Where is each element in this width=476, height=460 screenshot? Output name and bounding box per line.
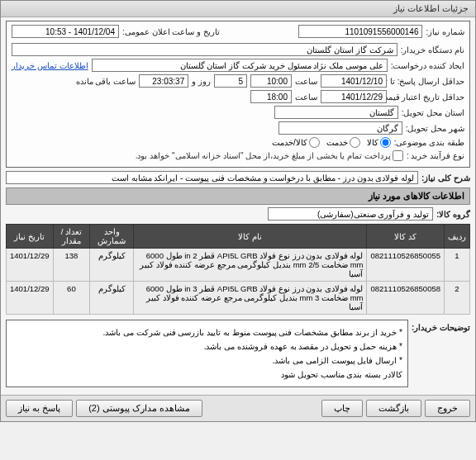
footer-buttons: پاسخ به نیاز مشاهده مدارک پیوستی (2) چاپ… bbox=[1, 395, 475, 421]
radio-service[interactable]: خدمت bbox=[326, 137, 360, 148]
label-need-no: شماره نیاز: bbox=[426, 27, 464, 36]
th-date: تاریخ نیاز bbox=[7, 225, 54, 249]
cell-name: لوله فولادی بدون درز نوع فولاد API5L GRB… bbox=[134, 249, 367, 282]
print-button[interactable]: چاپ bbox=[321, 400, 363, 417]
label-city: شهر محل تحویل: bbox=[406, 124, 464, 133]
field-remain-time: 23:03:37 bbox=[139, 74, 188, 88]
cell-row: 2 bbox=[445, 282, 470, 315]
window-title: جزئیات اطلاعات نیاز bbox=[393, 3, 469, 13]
check-buy-input[interactable] bbox=[393, 150, 403, 161]
field-city: گرگان bbox=[278, 121, 402, 135]
cell-qty: 60 bbox=[53, 282, 90, 315]
window-titlebar: جزئیات اطلاعات نیاز bbox=[1, 1, 475, 17]
field-pub-datetime: 1401/12/04 - 10:53 bbox=[12, 25, 119, 38]
radio-goods-service-input[interactable] bbox=[309, 137, 320, 148]
radio-goods-service[interactable]: کالا/خدمت bbox=[272, 137, 320, 148]
radio-goods-label: کالا bbox=[367, 138, 378, 147]
view-docs-count: (2) bbox=[88, 403, 99, 413]
label-validity: حداقل تاریخ اعتبار قیمت تا تاریخ: bbox=[390, 92, 464, 102]
cell-qty: 138 bbox=[53, 249, 90, 282]
field-deadline-date: 1401/12/10 bbox=[321, 74, 387, 88]
label-remain: ساعت باقی مانده bbox=[76, 77, 136, 86]
radio-service-input[interactable] bbox=[350, 137, 360, 148]
label-buyer-notes: توضیحات خریدار: bbox=[412, 320, 470, 332]
reply-button[interactable]: پاسخ به نیاز bbox=[6, 400, 73, 417]
label-requester: ایجاد کننده درخواست: bbox=[391, 61, 464, 70]
label-hour-2: ساعت bbox=[295, 92, 317, 102]
cell-unit: کیلوگرم bbox=[90, 282, 134, 315]
th-row: ردیف bbox=[445, 225, 470, 249]
radio-gs-label: کالا/خدمت bbox=[272, 138, 307, 147]
view-docs-button[interactable]: مشاهده مدارک پیوستی (2) bbox=[76, 400, 202, 417]
table-row[interactable]: 1 0821110526850055 لوله فولادی بدون درز … bbox=[7, 249, 470, 282]
th-qty: تعداد / مقدار bbox=[53, 225, 90, 249]
field-need-no: 1101091556000146 bbox=[298, 25, 422, 38]
field-need-desc: لوله فولادی بدون درز - مطابق با درخواست … bbox=[6, 171, 418, 184]
goods-info-heading: اطلاعات کالاهای مورد نیاز bbox=[6, 187, 470, 205]
label-pub-datetime: تاریخ و ساعت اعلان عمومی: bbox=[122, 27, 220, 36]
label-province: استان محل تحویل: bbox=[402, 108, 464, 117]
field-buyer-org: شرکت گاز استان گلستان bbox=[12, 43, 397, 56]
label-deadline: حداقل ارسال پاسخ: تا تاریخ: bbox=[390, 77, 464, 86]
label-buy-process: نوع فرآیند خرید : bbox=[407, 151, 464, 160]
window: جزئیات اطلاعات نیاز شماره نیاز: 11010915… bbox=[0, 0, 476, 422]
label-category: طبقه بندی موضوعی: bbox=[394, 138, 464, 147]
radio-goods[interactable]: کالا bbox=[367, 137, 391, 148]
view-docs-label: مشاهده مدارک پیوستی bbox=[102, 403, 190, 413]
field-validity-date: 1401/12/29 bbox=[321, 90, 387, 103]
cell-date: 1401/12/29 bbox=[7, 282, 54, 315]
table-row[interactable]: 2 0821110526850058 لوله فولادی بدون درز … bbox=[7, 282, 470, 315]
field-deadline-hour: 10:00 bbox=[250, 74, 292, 88]
cell-unit: کیلوگرم bbox=[90, 249, 134, 282]
radio-service-label: خدمت bbox=[326, 138, 348, 147]
field-validity-hour: 18:00 bbox=[250, 90, 292, 103]
th-unit: واحد شمارش bbox=[90, 225, 134, 249]
cell-date: 1401/12/29 bbox=[7, 249, 54, 282]
cell-row: 1 bbox=[445, 249, 470, 282]
section-identify: شماره نیاز: 1101091556000146 تاریخ و ساع… bbox=[6, 21, 470, 168]
label-need-desc: شرح کلی نیاز: bbox=[421, 173, 470, 183]
label-days-and: روز و bbox=[192, 77, 211, 86]
label-goods-group: گروه کالا: bbox=[436, 210, 470, 219]
label-buyer-org: نام دستگاه خریدار: bbox=[401, 45, 464, 55]
buyer-notes-box: * خرید از برند مطابق مشخصات فنی پیوست من… bbox=[6, 320, 408, 387]
form-area: شماره نیاز: 1101091556000146 تاریخ و ساع… bbox=[1, 17, 475, 395]
field-province: گلستان bbox=[274, 106, 398, 119]
field-deadline-days: 5 bbox=[214, 74, 247, 88]
field-goods-group: تولید و فرآوری صنعتی(سفارشی) bbox=[268, 207, 433, 221]
cell-code: 0821110526850058 bbox=[367, 282, 445, 315]
back-button[interactable]: بازگشت bbox=[366, 400, 421, 417]
cell-name: لوله فولادی بدون درز نوع فولاد API5L GRB… bbox=[134, 282, 367, 315]
buy-process-note: پرداخت تمام یا بخشی از مبلغ خرید،از محل … bbox=[136, 151, 391, 160]
goods-table: ردیف کد کالا نام کالا واحد شمارش تعداد /… bbox=[6, 224, 470, 315]
cell-code: 0821110526850055 bbox=[367, 249, 445, 282]
check-buy-process[interactable]: پرداخت تمام یا بخشی از مبلغ خرید،از محل … bbox=[136, 150, 403, 161]
th-name: نام کالا bbox=[134, 225, 367, 249]
link-buyer-contact[interactable]: اطلاعات تماس خریدار bbox=[12, 61, 88, 70]
radio-group-category: کالا خدمت کالا/خدمت bbox=[272, 137, 391, 148]
th-code: کد کالا bbox=[367, 225, 445, 249]
label-hour-1: ساعت bbox=[295, 77, 317, 86]
radio-goods-input[interactable] bbox=[380, 137, 391, 148]
field-requester: علی موسی ملک نژاد مسئول خرید شرکت گاز اس… bbox=[92, 59, 388, 72]
exit-button[interactable]: خروج bbox=[425, 400, 470, 417]
